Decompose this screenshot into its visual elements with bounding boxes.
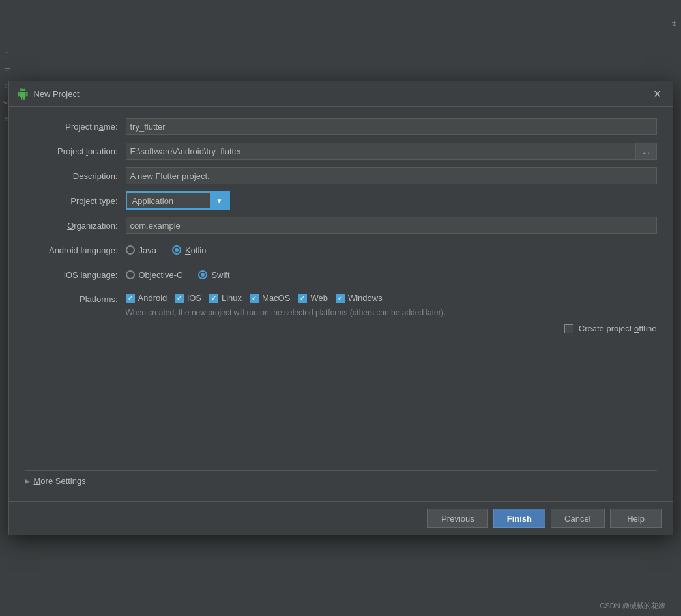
ios-objc-radio[interactable]: Objective-C (126, 270, 183, 280)
platforms-label: Platforms: (25, 293, 126, 304)
ios-swift-radio[interactable]: Swift (198, 270, 229, 280)
description-row: Description: (25, 167, 657, 185)
platform-android-box (126, 294, 135, 303)
ios-language-label: iOS language: (25, 270, 126, 280)
project-type-dropdown[interactable]: Application ▼ (126, 191, 230, 210)
dialog-body: Project name: Project location: ... Desc… (9, 107, 673, 501)
platform-linux-box (209, 294, 218, 303)
platform-macos-label: MacOS (262, 293, 290, 303)
platform-windows-box (336, 294, 345, 303)
platforms-checkboxes: Android iOS Linux MacOS (126, 293, 657, 303)
ios-objc-label: Objective-C (139, 270, 183, 280)
spacer (25, 340, 657, 470)
new-project-dialog: New Project ✕ Project name: Project loca… (8, 81, 673, 535)
platform-linux-label: Linux (222, 293, 242, 303)
android-kotlin-circle (172, 245, 181, 255)
ios-objc-circle (126, 270, 135, 279)
project-name-input[interactable] (126, 118, 657, 135)
platform-ios-label: iOS (187, 293, 201, 303)
organization-label: Organization: (25, 221, 126, 231)
dialog-footer: Previous Finish Cancel Help (9, 501, 673, 535)
android-language-label: Android language: (25, 245, 126, 255)
finish-button[interactable]: Finish (493, 509, 545, 528)
platform-web-box (298, 294, 307, 303)
project-type-value: Application (127, 196, 210, 206)
ios-language-row: iOS language: Objective-C Swift (25, 266, 657, 284)
ios-language-group: Objective-C Swift (126, 270, 657, 280)
platform-android-label: Android (138, 293, 167, 303)
project-location-row: Project location: ... (25, 142, 657, 160)
expand-triangle-icon: ▶ (25, 477, 30, 484)
project-location-label: Project location: (25, 147, 126, 156)
more-settings-label: More Settings (34, 476, 86, 486)
platform-linux-checkbox[interactable]: Linux (209, 293, 242, 303)
android-language-group: Java Kotlin (126, 245, 657, 255)
organization-input[interactable] (126, 217, 657, 234)
platform-macos-checkbox[interactable]: MacOS (250, 293, 290, 303)
platform-macos-box (250, 294, 259, 303)
android-kotlin-radio[interactable]: Kotlin (172, 245, 207, 255)
dialog-wrapper: r li a y a tt New Project ✕ Project name… (0, 0, 681, 616)
platform-ios-box (175, 294, 184, 303)
project-name-label: Project name: (25, 122, 126, 132)
dialog-title: New Project (34, 89, 645, 99)
offline-row: Create project offline (126, 324, 657, 333)
organization-row: Organization: (25, 216, 657, 234)
platform-android-checkbox[interactable]: Android (126, 293, 167, 303)
ios-swift-circle (198, 270, 207, 279)
platform-web-checkbox[interactable]: Web (298, 293, 328, 303)
android-icon (17, 88, 29, 100)
previous-button[interactable]: Previous (427, 509, 488, 528)
android-java-circle (126, 245, 135, 255)
platforms-hint: When created, the new project will run o… (126, 308, 657, 317)
android-kotlin-label: Kotlin (185, 245, 207, 255)
platforms-section: Android iOS Linux MacOS (126, 293, 657, 333)
project-location-field: ... (126, 143, 657, 160)
browse-button[interactable]: ... (635, 143, 656, 160)
csdn-watermark: CSDN @械械的花嫁 (600, 601, 665, 611)
android-java-radio[interactable]: Java (126, 245, 156, 255)
create-offline-checkbox[interactable] (564, 324, 573, 333)
more-settings-row[interactable]: ▶ More Settings (25, 470, 657, 491)
platform-web-label: Web (310, 293, 328, 303)
project-name-row: Project name: (25, 117, 657, 135)
android-java-label: Java (139, 245, 156, 255)
close-button[interactable]: ✕ (650, 87, 665, 101)
platforms-row: Platforms: Android iOS Linux (25, 290, 657, 333)
platform-windows-checkbox[interactable]: Windows (336, 293, 383, 303)
platform-windows-label: Windows (348, 293, 383, 303)
project-type-label: Project type: (25, 196, 126, 206)
create-offline-label: Create project offline (579, 324, 657, 333)
description-input[interactable] (126, 167, 657, 184)
ios-swift-label: Swift (211, 270, 229, 280)
help-button[interactable]: Help (610, 509, 662, 528)
dropdown-arrow-icon: ▼ (210, 193, 229, 208)
project-type-row: Project type: Application ▼ (25, 191, 657, 210)
description-label: Description: (25, 171, 126, 181)
project-location-input[interactable] (126, 143, 636, 160)
android-language-row: Android language: Java Kotlin (25, 241, 657, 259)
platform-ios-checkbox[interactable]: iOS (175, 293, 201, 303)
cancel-button[interactable]: Cancel (551, 509, 604, 528)
dialog-titlebar: New Project ✕ (9, 81, 673, 107)
